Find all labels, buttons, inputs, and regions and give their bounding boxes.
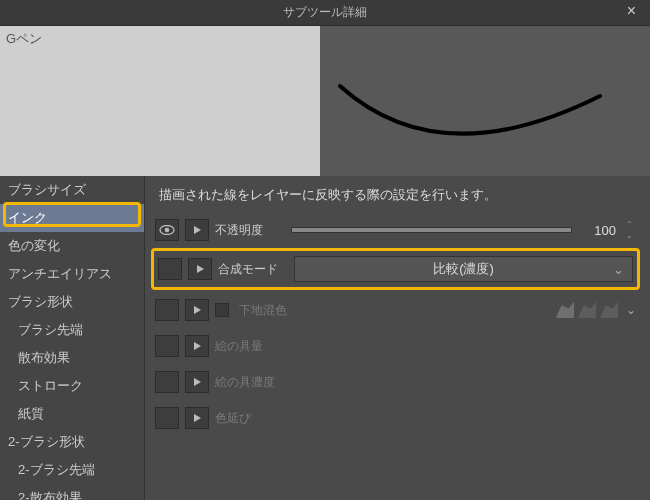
mix-mode-icons: ⌄ [556,302,636,318]
toggle-box[interactable] [155,407,179,429]
sidebar-item-11[interactable]: 2-散布効果 [0,484,144,500]
dynamics-icon[interactable] [185,407,209,429]
dynamics-icon[interactable] [185,371,209,393]
sidebar-item-8[interactable]: 紙質 [0,400,144,428]
eye-icon[interactable] [155,219,179,241]
opacity-slider[interactable] [291,220,572,240]
mix-icon-2[interactable] [578,302,596,318]
blend-mode-value: 比較(濃度) [433,260,494,278]
color-spread-row: 色延び [155,404,636,432]
category-sidebar: ブラシサイズインク色の変化アンチエイリアスブラシ形状ブラシ先端散布効果ストローク… [0,176,145,500]
color-spread-label: 色延び [215,410,285,427]
toggle-box[interactable] [155,299,179,321]
highlight-blend-annotation: 合成モード 比較(濃度) ⌄ [151,248,640,290]
sidebar-item-10[interactable]: 2-ブラシ先端 [0,456,144,484]
underlying-label: 下地混色 [239,302,287,319]
opacity-label: 不透明度 [215,222,285,239]
spinner-down-icon[interactable]: ⌄ [622,231,636,241]
mix-icon-3[interactable] [600,302,618,318]
svg-marker-5 [194,342,201,350]
sidebar-item-6[interactable]: 散布効果 [0,344,144,372]
titlebar: サブツール詳細 × [0,0,650,26]
toggle-box[interactable] [155,371,179,393]
svg-marker-3 [197,265,204,273]
svg-point-1 [165,228,170,233]
paint-density-row: 絵の具濃度 [155,368,636,396]
dynamics-icon[interactable] [185,335,209,357]
preview-dark-bg [320,26,650,176]
spinner-up-icon[interactable]: ⌃ [622,220,636,230]
brush-preview: Gペン [0,26,650,176]
category-description: 描画された線をレイヤーに反映する際の設定を行います。 [155,186,636,204]
blend-mode-row: 合成モード 比較(濃度) ⌄ [158,255,633,283]
sidebar-item-0[interactable]: ブラシサイズ [0,176,144,204]
chevron-down-icon: ⌄ [613,262,624,277]
sidebar-item-4[interactable]: ブラシ形状 [0,288,144,316]
blend-mode-label: 合成モード [218,261,288,278]
sidebar-item-7[interactable]: ストローク [0,372,144,400]
dynamics-icon[interactable] [185,299,209,321]
underlying-checkbox[interactable] [215,303,229,317]
svg-marker-7 [194,414,201,422]
paint-amount-label: 絵の具量 [215,338,285,355]
properties-panel: 描画された線をレイヤーに反映する際の設定を行います。 不透明度 100 ⌃ ⌄ [145,176,650,500]
dynamics-icon[interactable] [188,258,212,280]
svg-marker-6 [194,378,201,386]
toggle-box[interactable] [158,258,182,280]
blend-mode-dropdown[interactable]: 比較(濃度) ⌄ [294,256,633,282]
paint-density-label: 絵の具濃度 [215,374,285,391]
paint-amount-row: 絵の具量 [155,332,636,360]
toggle-box[interactable] [155,335,179,357]
sidebar-item-1[interactable]: インク [0,204,144,232]
sidebar-item-9[interactable]: 2-ブラシ形状 [0,428,144,456]
tool-name: Gペン [6,30,42,48]
dynamics-icon[interactable] [185,219,209,241]
opacity-value: 100 [578,223,616,238]
svg-marker-2 [194,226,201,234]
chevron-down-icon[interactable]: ⌄ [626,303,636,317]
close-icon[interactable]: × [621,2,642,20]
preview-light-bg: Gペン [0,26,320,176]
sidebar-item-2[interactable]: 色の変化 [0,232,144,260]
sidebar-item-5[interactable]: ブラシ先端 [0,316,144,344]
opacity-spinner[interactable]: ⌃ ⌄ [622,220,636,241]
svg-marker-4 [194,306,201,314]
underlying-mix-row: 下地混色 ⌄ [155,296,636,324]
stroke-curve-icon [320,26,650,176]
sidebar-item-3[interactable]: アンチエイリアス [0,260,144,288]
window-title: サブツール詳細 [283,4,367,21]
opacity-row: 不透明度 100 ⌃ ⌄ [155,216,636,244]
mix-icon-1[interactable] [556,302,574,318]
